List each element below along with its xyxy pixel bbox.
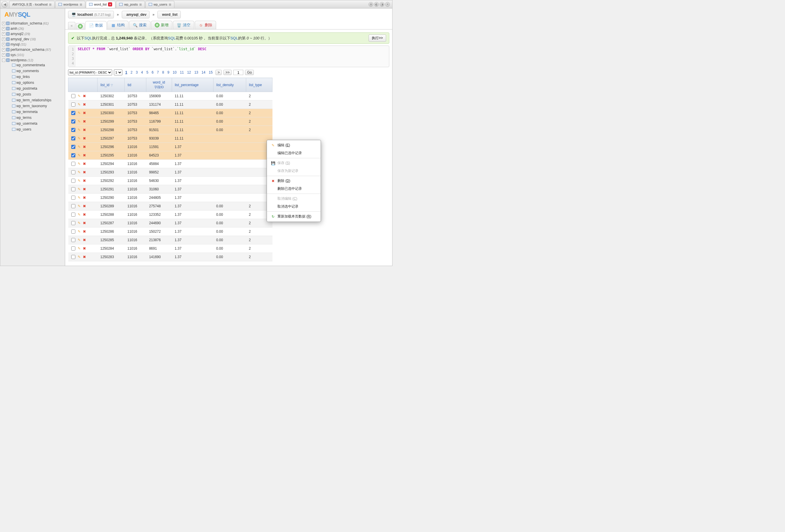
breadcrumb-table[interactable]: word_list [157, 11, 181, 18]
page-link[interactable]: 1 [124, 70, 128, 74]
table-row[interactable]: ✎ ✖ 1250297 10753 93039 11.11 [68, 134, 273, 143]
toolbar-clear[interactable]: 🗑️清空 [173, 21, 194, 29]
page-link[interactable]: 14 [200, 70, 206, 74]
pencil-icon[interactable]: ✎ [78, 128, 81, 132]
row-checkbox[interactable] [71, 162, 75, 166]
toolbar-add-tab[interactable]: + [76, 23, 85, 29]
table-row[interactable]: ✎ ✖ 1250299 10753 116799 11.11 0.00 2 [68, 118, 273, 126]
plus-icon[interactable]: + [2, 48, 5, 51]
ctx-reload[interactable]: ↻重新加载本页数据 (R) [267, 212, 321, 221]
col-actions[interactable] [68, 78, 98, 92]
col-word-id[interactable]: word_id字段ID [146, 78, 172, 92]
row-checkbox[interactable] [71, 247, 75, 251]
tab-wp-users[interactable]: wp_users⊠ [146, 1, 174, 8]
table-item[interactable]: wp_termmeta [12, 110, 65, 114]
page-link[interactable]: 9 [166, 70, 171, 74]
pencil-icon[interactable]: ✎ [78, 145, 81, 149]
close-icon[interactable]: ⊠ [80, 3, 82, 6]
pencil-icon[interactable]: ✎ [78, 187, 81, 191]
table-row[interactable]: ✎ ✖ 1250292 11016 54630 1.37 [68, 177, 273, 185]
table-item[interactable]: wp_posts [12, 92, 65, 96]
table-row[interactable]: ✎ ✖ 1250286 11016 150272 1.37 0.00 2 [68, 227, 273, 236]
run-button[interactable]: 执行>> [369, 34, 386, 42]
delete-icon[interactable]: ✖ [83, 102, 86, 107]
page-link[interactable]: 2 [129, 70, 134, 74]
db-item[interactable]: − wordpress (12) [2, 58, 65, 62]
table-row[interactable]: ✎ ✖ 1250284 11016 8691 1.37 0.00 2 [68, 245, 273, 253]
page-link[interactable]: 6 [150, 70, 155, 74]
page-link[interactable]: 15 [208, 70, 214, 74]
ctx-edit[interactable]: ✎编辑 (E) [267, 141, 321, 149]
page-link[interactable]: 12 [186, 70, 192, 74]
pencil-icon[interactable]: ✎ [78, 111, 81, 115]
pencil-icon[interactable]: ✎ [78, 162, 81, 166]
win-btn[interactable]: ◑ [380, 2, 384, 7]
page-link[interactable]: 4 [140, 70, 144, 74]
plus-icon[interactable]: + [2, 27, 5, 30]
close-icon[interactable]: ⊠ [169, 3, 171, 6]
ctx-delete[interactable]: ✖删除 (D) [267, 177, 321, 185]
row-checkbox[interactable] [71, 94, 75, 98]
toolbar-search[interactable]: 🔍搜索 [129, 21, 150, 29]
row-checkbox[interactable] [71, 196, 75, 200]
delete-icon[interactable]: ✖ [83, 170, 86, 174]
table-row[interactable]: ✎ ✖ 1250293 11016 99852 1.37 [68, 168, 273, 177]
ctx-cancel-select[interactable]: 取消选中记录 [267, 203, 321, 210]
pencil-icon[interactable]: ✎ [78, 102, 81, 107]
delete-icon[interactable]: ✖ [83, 120, 86, 124]
toolbar-delete[interactable]: ⦸删除 [195, 21, 216, 29]
delete-icon[interactable]: ✖ [83, 255, 86, 259]
pencil-icon[interactable]: ✎ [78, 247, 81, 251]
pencil-icon[interactable]: ✎ [78, 136, 81, 141]
plus-icon[interactable]: + [2, 43, 5, 46]
plus-icon[interactable]: + [2, 38, 5, 41]
close-icon[interactable]: ⊠ [139, 3, 142, 6]
delete-icon[interactable]: ✖ [83, 238, 86, 242]
close-icon[interactable]: ⊠ [49, 3, 51, 6]
sort-select[interactable]: list_id (PRIMARY) - DESC [68, 70, 112, 75]
table-row[interactable]: ✎ ✖ 1250289 11016 275748 1.37 0.00 2 [68, 202, 273, 210]
table-item[interactable]: wp_terms [12, 116, 65, 120]
page-link[interactable]: 3 [135, 70, 139, 74]
row-checkbox[interactable] [71, 221, 75, 225]
row-checkbox[interactable] [71, 212, 75, 217]
table-item[interactable]: wp_users [12, 127, 65, 131]
table-item[interactable]: wp_postmeta [12, 86, 65, 91]
breadcrumb-host[interactable]: 🖥️localhost (5.7.27-log) [68, 11, 114, 18]
row-checkbox[interactable] [71, 145, 75, 149]
row-checkbox[interactable] [71, 136, 75, 141]
delete-icon[interactable]: ✖ [83, 212, 86, 217]
pencil-icon[interactable]: ✎ [78, 94, 81, 98]
delete-icon[interactable]: ✖ [83, 128, 86, 132]
page-link[interactable]: 7 [156, 70, 160, 74]
plus-icon[interactable]: + [2, 22, 5, 25]
db-item[interactable]: + amysql2 (29) [2, 32, 65, 36]
minus-icon[interactable]: − [2, 59, 5, 62]
table-item[interactable]: wp_options [12, 81, 65, 85]
row-checkbox[interactable] [71, 153, 75, 157]
table-item[interactable]: wp_usermeta [12, 122, 65, 126]
pencil-icon[interactable]: ✎ [78, 238, 81, 242]
col-list-percentage[interactable]: list_percentage [172, 78, 213, 92]
toolbar-back[interactable]: « [68, 22, 75, 29]
table-row[interactable]: ✎ ✖ 1250294 11016 45884 1.37 [68, 160, 273, 168]
row-checkbox[interactable] [71, 187, 75, 191]
delete-icon[interactable]: ✖ [83, 187, 86, 191]
delete-icon[interactable]: ✖ [83, 196, 86, 200]
tab-wordpress[interactable]: wordpress⊠ [55, 1, 85, 8]
win-btn[interactable]: ✕ [385, 2, 390, 7]
delete-icon[interactable]: ✖ [83, 247, 86, 251]
plus-icon[interactable]: + [2, 32, 5, 35]
table-row[interactable]: ✎ ✖ 1250298 10753 91501 11.11 0.00 2 [68, 126, 273, 134]
delete-icon[interactable]: ✖ [83, 229, 86, 234]
breadcrumb-db[interactable]: amysql_dev [122, 11, 150, 18]
db-item[interactable]: + sys (101) [2, 53, 65, 57]
table-item[interactable]: wp_comments [12, 69, 65, 73]
db-item[interactable]: + mysql (31) [2, 42, 65, 46]
delete-icon[interactable]: ✖ [83, 153, 86, 157]
page-link[interactable]: 10 [172, 70, 178, 74]
table-row[interactable]: ✎ ✖ 1250300 10753 98465 11.11 0.00 2 [68, 109, 273, 118]
delete-icon[interactable]: ✖ [83, 162, 86, 166]
pencil-icon[interactable]: ✎ [78, 120, 81, 124]
col-list-id[interactable]: list_id▽ [98, 78, 125, 92]
